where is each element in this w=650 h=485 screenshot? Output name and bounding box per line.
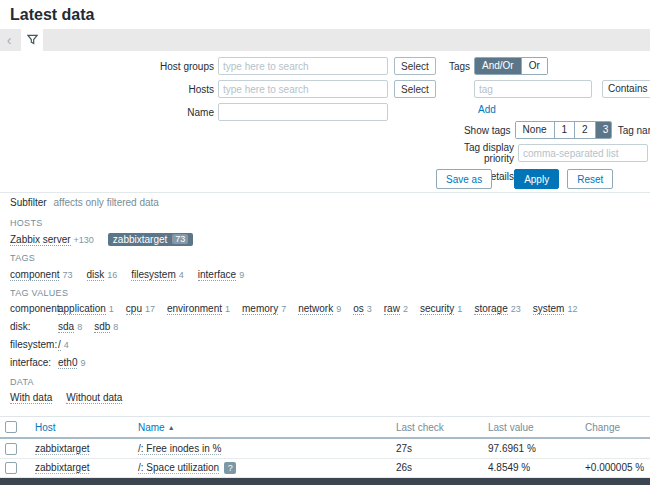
tag-value-item[interactable]: /4 — [58, 338, 69, 352]
subfilter-tag-item[interactable]: filesystem4 — [131, 269, 183, 280]
hosts-label: Hosts — [0, 84, 218, 95]
item-name-link[interactable]: /: Space utilization — [138, 462, 219, 474]
host-link[interactable]: zabbixtarget — [35, 462, 89, 474]
collapse-filter-button[interactable]: ‹ — [0, 29, 18, 51]
subfilter-data-row: With dataWithout data — [10, 391, 640, 405]
host-groups-select-button[interactable]: Select — [394, 57, 436, 75]
tag-value-group: filesystem:/4 — [10, 338, 640, 352]
tag-value-count: 9 — [336, 304, 341, 314]
tag-value-link: cpu — [126, 303, 142, 315]
subfilter-subtitle: affects only filtered data — [53, 197, 158, 208]
show-tags-option[interactable]: None — [516, 122, 554, 138]
name-column-sort-link[interactable]: Name — [138, 422, 165, 433]
row-checkbox-cell — [0, 438, 30, 458]
tag-value-item[interactable]: sdb8 — [94, 320, 118, 334]
tags-label: Tags — [440, 61, 474, 72]
tag-value-count: 12 — [567, 304, 577, 314]
column-header-last-value: Last value — [483, 417, 580, 439]
show-tags-option[interactable]: 2 — [574, 122, 595, 138]
tag-value-item[interactable]: eth09 — [58, 356, 85, 370]
tag-value-item[interactable]: os3 — [353, 302, 372, 316]
select-all-checkbox[interactable] — [5, 421, 17, 433]
hosts-select-button[interactable]: Select — [394, 80, 436, 98]
tag-value-item[interactable]: storage23 — [474, 302, 520, 316]
reset-button[interactable]: Reset — [567, 169, 613, 189]
tag-value-list: eth09 — [58, 356, 85, 370]
tags-operator-option[interactable]: And/Or — [475, 58, 521, 74]
host-link[interactable]: zabbixtarget — [35, 443, 89, 455]
host-groups-input[interactable] — [218, 57, 388, 75]
subfilter-tags-row: component73disk16filesystem4interface9 — [10, 267, 640, 281]
tag-value-count: 1 — [225, 304, 230, 314]
row-checkbox[interactable] — [5, 443, 17, 455]
tag-value-count: 7 — [281, 304, 286, 314]
data-filter-item[interactable]: With data — [10, 392, 52, 404]
tag-value-item[interactable]: raw2 — [384, 302, 408, 316]
column-header-change: Change — [580, 417, 650, 439]
tag-match-select[interactable]: Contains — [602, 80, 650, 98]
subfilter-tag-item[interactable]: interface9 — [198, 269, 244, 280]
apply-button[interactable]: Apply — [514, 169, 559, 189]
tag-value-link: environment — [167, 303, 222, 315]
tag-value-count: 8 — [113, 322, 118, 332]
subfilter-host-count: +130 — [74, 235, 94, 245]
tag-value-item[interactable]: security1 — [420, 302, 462, 316]
tag-value-link: memory — [242, 303, 278, 315]
subfilter-tag-item[interactable]: component73 — [10, 269, 73, 280]
tag-value-item[interactable]: environment1 — [167, 302, 230, 316]
subfilter-tag-link: component — [10, 269, 59, 281]
subfilter-host-chip-selected[interactable]: zabbixtarget73 — [108, 233, 194, 246]
tag-value-link: raw — [384, 303, 400, 315]
tag-value-item[interactable]: application1 — [58, 302, 114, 316]
tags-section-label: TAGS — [10, 253, 640, 263]
tag-value-group: component:application1cpu17environment1m… — [10, 302, 640, 316]
tag-value-item[interactable]: memory7 — [242, 302, 286, 316]
tag-value-link: system — [533, 303, 565, 315]
hosts-input[interactable] — [218, 80, 388, 98]
item-name-link[interactable]: /: Free inodes in % — [138, 443, 221, 455]
show-tags-option[interactable]: 3 — [595, 122, 612, 138]
filter-tab[interactable] — [21, 29, 43, 51]
column-header-host: Host — [30, 417, 133, 439]
table-row: zabbixtarget/: Free inodes in %27s97.696… — [0, 438, 650, 458]
show-tags-segmented: None123 — [515, 121, 612, 139]
tags-operator-option[interactable]: Or — [521, 58, 547, 74]
tag-display-priority-label: Tag display priority — [440, 142, 518, 164]
subfilter-tag-item[interactable]: disk16 — [87, 269, 118, 280]
subfilter-host-link: Zabbix server — [10, 234, 71, 246]
table-header-row: Host Name▲ Last check Last value Change — [0, 417, 650, 439]
tag-value-item[interactable]: sda8 — [58, 320, 82, 334]
table-row: zabbixtarget/: Space utilization?26s4.85… — [0, 458, 650, 477]
chevron-left-icon: ‹ — [7, 32, 12, 48]
subfilter-tag-count: 73 — [62, 270, 72, 280]
bottom-bar — [0, 478, 650, 485]
data-filter-item[interactable]: Without data — [66, 392, 122, 404]
tag-input[interactable] — [474, 80, 592, 98]
tag-display-priority-input[interactable] — [518, 144, 648, 162]
subfilter-tag-values: component:application1cpu17environment1m… — [10, 302, 640, 370]
tag-value-item[interactable]: system12 — [533, 302, 578, 316]
last-value-cell: 4.8549 % — [483, 458, 580, 477]
tag-value-count: 1 — [109, 304, 114, 314]
name-input[interactable] — [218, 103, 388, 121]
tag-value-count: 17 — [145, 304, 155, 314]
name-label: Name — [0, 107, 218, 118]
save-as-button[interactable]: Save as — [436, 169, 492, 189]
add-tag-link[interactable]: Add — [478, 104, 496, 115]
tag-value-count: 9 — [80, 358, 85, 368]
hosts-section-label: HOSTS — [10, 218, 640, 228]
filter-form: Host groups Select Hosts Select Name Tag… — [0, 51, 650, 193]
hint-icon[interactable]: ? — [224, 462, 236, 474]
tag-value-item[interactable]: cpu17 — [126, 302, 155, 316]
subfilter-host-item[interactable]: Zabbix server+130 — [10, 234, 94, 245]
tag-value-link: security — [420, 303, 454, 315]
show-tags-option[interactable]: 1 — [554, 122, 575, 138]
column-header-last-check: Last check — [391, 417, 483, 439]
subfilter-tag-link: interface — [198, 269, 236, 281]
sort-ascending-icon: ▲ — [168, 424, 175, 431]
tag-value-item[interactable]: network9 — [298, 302, 341, 316]
row-checkbox[interactable] — [5, 462, 17, 474]
host-column-sort-link[interactable]: Host — [35, 422, 56, 433]
host-cell: zabbixtarget — [30, 438, 133, 458]
latest-data-table: Host Name▲ Last check Last value Change … — [0, 416, 650, 485]
